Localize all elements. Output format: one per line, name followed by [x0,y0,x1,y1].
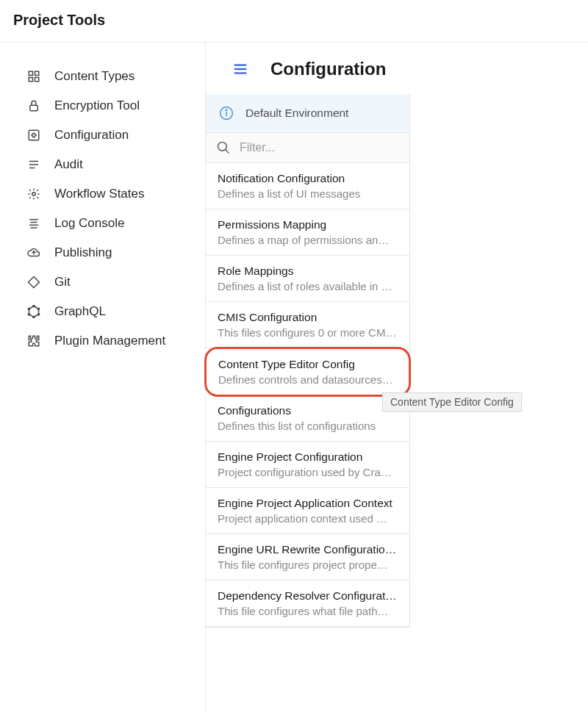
list-item-desc: Defines a map of permissions an… [218,234,398,246]
config-item-configurations[interactable]: Configurations Defines this list of conf… [206,395,409,442]
list-item-desc: Project application context used … [218,512,398,525]
sidebar-item-label: Workflow States [54,187,145,201]
list-item-desc: Defines controls and datasources… [218,373,397,386]
cloud-up-icon [26,245,41,260]
list-item-title: Permissions Mapping [218,218,398,231]
sidebar-item-content-types[interactable]: Content Types [0,62,205,91]
sidebar-item-audit[interactable]: Audit [0,150,205,179]
align-icon [26,216,41,231]
svg-point-17 [37,314,39,315]
config-item-engine-project-configuration[interactable]: Engine Project Configuration Project con… [206,442,409,488]
config-item-role-mappings[interactable]: Role Mappings Defines a list of roles av… [206,256,409,302]
sidebar-item-label: GraphQL [54,304,106,319]
sidebar-item-publishing[interactable]: Publishing [0,238,205,267]
config-item-permissions-mapping[interactable]: Permissions Mapping Defines a map of per… [206,209,409,256]
sidebar-item-label: Log Console [54,216,124,231]
list-item-title: Content Type Editor Config [218,358,397,371]
list-item-desc: This files configures 0 or more CM… [218,326,398,339]
sidebar: Content Types Encryption Tool Configurat… [0,43,206,714]
sidebar-item-label: Configuration [54,128,129,143]
svg-rect-1 [35,71,39,75]
list-item-desc: Project configuration used by Cra… [218,466,398,478]
list-icon [26,157,41,172]
sidebar-item-configuration[interactable]: Configuration [0,121,205,150]
settings-box-icon [26,128,41,143]
svg-rect-3 [35,78,39,82]
config-item-engine-project-application-context[interactable]: Engine Project Application Context Proje… [206,488,409,534]
sidebar-item-git[interactable]: Git [0,267,205,297]
svg-point-18 [33,316,35,317]
list-item-desc: Defines this list of configurations [218,420,398,432]
sidebar-item-label: Encryption Tool [54,98,140,113]
sidebar-item-workflow-states[interactable]: Workflow States [0,179,205,209]
gear-icon [26,187,41,201]
config-list: Notification Configuration Defines a lis… [206,163,409,627]
svg-rect-0 [29,71,32,75]
config-item-cmis-configuration[interactable]: CMIS Configuration This files configures… [206,302,409,348]
config-panel: Default Environment Notification Configu… [206,94,410,628]
hexagon-icon [26,304,41,319]
sidebar-item-label: Content Types [54,69,135,84]
environment-label: Default Environment [245,107,348,120]
search-icon [216,140,231,155]
sidebar-item-label: Audit [54,157,83,172]
filter-input[interactable] [240,141,399,154]
sidebar-item-encryption-tool[interactable]: Encryption Tool [0,91,205,121]
list-item-title: Dependency Resolver Configurati… [218,589,398,603]
list-item-title: Engine Project Application Context [218,497,398,510]
list-item-title: CMIS Configuration [218,311,398,324]
sidebar-item-label: Git [54,275,71,290]
sidebar-item-label: Plugin Management [54,334,165,348]
svg-point-6 [32,134,36,137]
list-item-desc: Defines a list of roles available in … [218,280,398,292]
config-item-notification-configuration[interactable]: Notification Configuration Defines a lis… [206,163,409,209]
svg-rect-2 [29,78,32,82]
svg-rect-4 [30,105,38,111]
svg-point-26 [226,109,227,111]
config-item-dependency-resolver-configuration[interactable]: Dependency Resolver Configurati… This fi… [206,581,409,627]
environment-banner: Default Environment [206,94,409,133]
page-header: Project Tools [0,0,588,43]
filter-row [206,133,409,163]
main-header: Configuration [206,43,588,94]
puzzle-icon [26,334,41,348]
menu-icon[interactable] [232,61,248,77]
svg-point-15 [33,305,35,306]
sidebar-item-log-console[interactable]: Log Console [0,209,205,238]
svg-point-19 [28,314,29,315]
sidebar-item-label: Publishing [54,245,112,260]
list-item-title: Notification Configuration [218,172,398,185]
main-title: Configuration [270,59,386,79]
list-item-title: Engine Project Configuration [218,450,398,464]
layout: Content Types Encryption Tool Configurat… [0,43,588,714]
svg-point-27 [218,143,227,151]
lock-icon [26,98,41,113]
list-item-title: Engine URL Rewrite Configuratio… [218,543,398,556]
svg-rect-5 [29,130,39,140]
page-title: Project Tools [13,12,575,29]
diamond-icon [26,275,41,290]
list-item-desc: Defines a list of UI messages [218,187,398,200]
widgets-icon [26,69,41,84]
svg-line-28 [226,150,229,154]
sidebar-item-graphql[interactable]: GraphQL [0,297,205,326]
list-item-title: Role Mappings [218,265,398,278]
info-icon [219,106,234,121]
svg-point-10 [32,193,36,196]
svg-point-16 [37,308,39,309]
list-item-desc: This file configures project prope… [218,558,398,571]
main-content: Configuration Default Environment Notifi… [206,43,588,714]
config-item-content-type-editor-config[interactable]: Content Type Editor Config Defines contr… [204,347,411,397]
svg-point-20 [28,308,29,309]
sidebar-item-plugin-management[interactable]: Plugin Management [0,326,205,356]
list-item-title: Configurations [218,404,398,417]
list-item-desc: This file configures what file path… [218,605,398,617]
tooltip: Content Type Editor Config [382,392,522,412]
config-item-engine-url-rewrite-configuration[interactable]: Engine URL Rewrite Configuratio… This fi… [206,534,409,581]
